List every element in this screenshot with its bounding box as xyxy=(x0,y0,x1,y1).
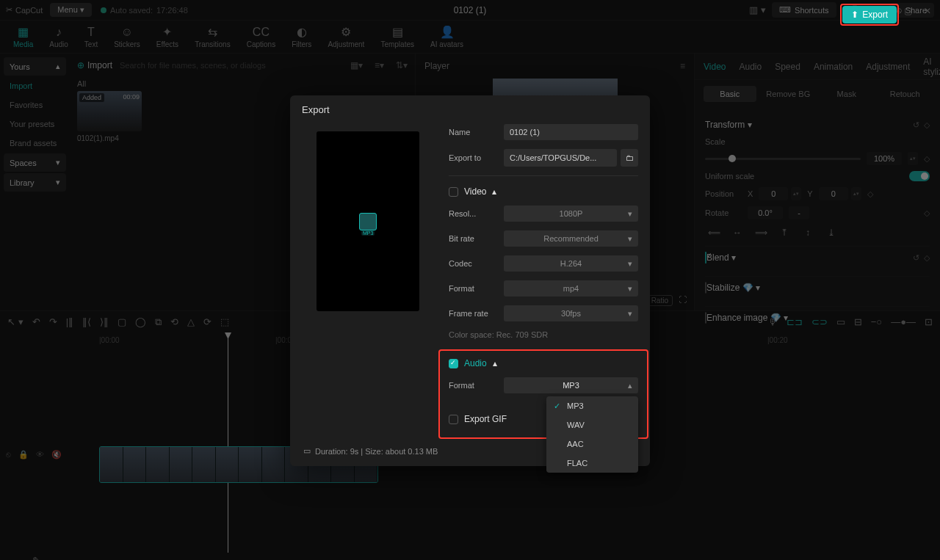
dd-wav[interactable]: WAV xyxy=(546,415,638,434)
tool-captions[interactable]: CCCaptions xyxy=(239,23,283,51)
ratio-button[interactable]: Ratio xyxy=(647,295,673,306)
shortcuts-button[interactable]: ⌨ Shortcuts xyxy=(772,2,836,18)
maximize-icon[interactable]: ▢ xyxy=(900,6,916,16)
nav-brand[interactable]: Brand assets xyxy=(4,134,66,152)
export-button[interactable]: ⬆ Export xyxy=(842,6,897,23)
close-icon[interactable]: ✕ xyxy=(919,6,936,16)
split-icon[interactable]: |‖ xyxy=(66,316,73,327)
search-input[interactable]: Search for file names, scenes, or dialog… xyxy=(120,61,339,70)
cover-button[interactable]: ✎Cover xyxy=(6,555,68,560)
tool-templates[interactable]: ▤Templates xyxy=(373,23,422,51)
dd-mp3[interactable]: MP3 xyxy=(546,396,638,415)
audio-format-select[interactable]: MP3▴ xyxy=(504,377,638,393)
zoom-fit-icon[interactable]: ⊡ xyxy=(925,316,933,327)
magnet-icon[interactable]: ⊏⊐ xyxy=(787,316,803,327)
grid-view-icon[interactable]: ▦▾ xyxy=(350,60,363,70)
inspector-tab-video[interactable]: Video xyxy=(704,62,726,72)
redo-icon[interactable]: ↷ xyxy=(49,316,57,327)
reverse-icon[interactable]: ⟲ xyxy=(170,316,178,327)
align-top-icon[interactable]: ⤒ xyxy=(776,225,793,240)
dd-flac[interactable]: FLAC xyxy=(546,454,638,473)
tool-transitions[interactable]: ⇆Transitions xyxy=(187,23,238,51)
browse-button[interactable]: 🗀 xyxy=(621,149,638,167)
blend-checkbox[interactable] xyxy=(705,252,706,263)
video-checkbox[interactable] xyxy=(449,187,458,197)
inspector-subtab-mask[interactable]: Mask xyxy=(820,86,873,102)
track-icon[interactable]: ⊟ xyxy=(854,316,862,327)
reset-icon[interactable]: ↺ xyxy=(913,120,919,130)
path-input[interactable] xyxy=(504,149,617,167)
tool-adjustment[interactable]: ⚙Adjustment xyxy=(320,23,372,51)
pos-keyframe-icon[interactable]: ◇ xyxy=(867,189,873,199)
resolution-select[interactable]: 1080P▾ xyxy=(504,206,638,222)
tool-text[interactable]: TText xyxy=(77,23,105,51)
nav-presets[interactable]: Your presets xyxy=(4,115,66,133)
scale-slider[interactable] xyxy=(705,158,861,160)
name-input[interactable] xyxy=(504,124,638,140)
tool-audio[interactable]: ♪Audio xyxy=(42,23,76,51)
uniform-toggle[interactable] xyxy=(909,171,930,181)
mute-icon[interactable]: 🔇 xyxy=(51,450,62,459)
pointer-icon[interactable]: ↖ ▾ xyxy=(7,316,24,327)
nav-spaces[interactable]: Spaces▾ xyxy=(4,153,66,172)
player-menu-icon[interactable]: ≡ xyxy=(680,61,685,71)
tool-ai avatars[interactable]: 👤AI avatars xyxy=(423,23,471,51)
video-format-select[interactable]: mp4▾ xyxy=(504,280,638,297)
nav-import[interactable]: Import xyxy=(4,77,66,95)
keyframe-icon[interactable]: ◇ xyxy=(924,120,930,130)
inspector-subtab-remove-bg[interactable]: Remove BG xyxy=(762,86,815,102)
rotate-value[interactable]: 0.0° xyxy=(748,206,783,219)
codec-select[interactable]: H.264▾ xyxy=(504,255,638,272)
preview-icon[interactable]: ▭ xyxy=(836,316,845,327)
layout-icon[interactable]: ▥ ▾ xyxy=(749,4,766,15)
marker-icon[interactable]: ◯ xyxy=(135,316,146,327)
tool-stickers[interactable]: ☺Stickers xyxy=(106,23,148,51)
nav-yours[interactable]: Yours▴ xyxy=(4,57,66,76)
inspector-tab-ai stylize[interactable]: AI stylize xyxy=(923,57,940,77)
fps-select[interactable]: 30fps▾ xyxy=(504,305,638,321)
scale-value[interactable]: 100% xyxy=(867,152,902,165)
eye-icon[interactable]: 👁 xyxy=(36,450,44,459)
split-left-icon[interactable]: ‖⟨ xyxy=(82,316,91,327)
tool-filters[interactable]: ◐Filters xyxy=(284,23,319,51)
align-right-icon[interactable]: ⟹ xyxy=(752,225,770,240)
inspector-tab-animation[interactable]: Animation xyxy=(814,62,853,72)
import-button[interactable]: ⊕ Import xyxy=(77,60,112,70)
pos-y-input[interactable] xyxy=(819,187,848,200)
nav-favorites[interactable]: Favorites xyxy=(4,96,66,114)
filter-icon[interactable]: ⇅▾ xyxy=(396,60,408,70)
bitrate-select[interactable]: Recommended▾ xyxy=(504,230,638,247)
split-right-icon[interactable]: ⟩‖ xyxy=(100,316,109,327)
media-clip[interactable]: Added 00:09 0102(1).mp4 xyxy=(77,91,143,142)
inspector-tab-adjustment[interactable]: Adjustment xyxy=(866,62,910,72)
gif-checkbox[interactable] xyxy=(449,415,458,424)
track-lock-icon[interactable]: 🔒 xyxy=(18,450,29,459)
align-vcenter-icon[interactable]: ↕ xyxy=(799,225,817,240)
scale-keyframe-icon[interactable]: ◇ xyxy=(924,154,930,164)
zoom-slider[interactable]: —●— xyxy=(891,316,916,327)
tool-media[interactable]: ▦Media xyxy=(6,23,40,51)
inspector-tab-audio[interactable]: Audio xyxy=(739,62,762,72)
fullscreen-icon[interactable]: ⛶ xyxy=(679,295,687,306)
mic-icon[interactable]: 🎙 xyxy=(768,316,778,327)
sort-icon[interactable]: ≡▾ xyxy=(375,60,384,70)
inspector-subtab-basic[interactable]: Basic xyxy=(704,86,756,102)
lock-icon[interactable]: ⎋ xyxy=(6,450,11,459)
align-bottom-icon[interactable]: ⤓ xyxy=(822,225,840,240)
dd-aac[interactable]: AAC xyxy=(546,434,638,454)
mirror-icon[interactable]: △ xyxy=(187,316,195,327)
align-left-icon[interactable]: ⟸ xyxy=(705,225,723,240)
inspector-subtab-retouch[interactable]: Retouch xyxy=(879,86,932,102)
scale-stepper[interactable]: ▴▾ xyxy=(908,152,918,165)
menu-button[interactable]: Menu ▾ xyxy=(50,3,92,17)
link-icon[interactable]: ⊂⊃ xyxy=(811,316,828,327)
audio-checkbox[interactable] xyxy=(449,359,458,368)
crop-icon[interactable]: ⬚ xyxy=(220,316,229,327)
inspector-tab-speed[interactable]: Speed xyxy=(775,62,800,72)
rotate-keyframe-icon[interactable]: ◇ xyxy=(924,208,930,218)
undo-icon[interactable]: ↶ xyxy=(32,316,40,327)
copy-icon[interactable]: ⧉ xyxy=(155,316,162,328)
align-hcenter-icon[interactable]: ↔ xyxy=(728,225,746,240)
zoom-out-icon[interactable]: −○ xyxy=(871,316,882,327)
playhead[interactable] xyxy=(228,332,228,553)
